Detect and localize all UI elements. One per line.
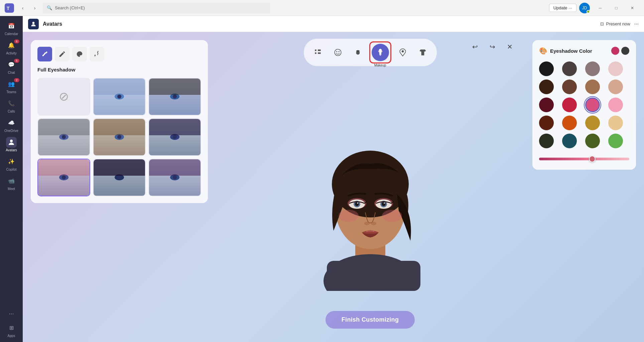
redo-button[interactable]: ↪ bbox=[486, 40, 499, 53]
svg-point-27 bbox=[357, 202, 358, 204]
toolbar-face-button[interactable] bbox=[329, 44, 347, 61]
color-option-5[interactable] bbox=[539, 79, 554, 94]
sidebar-more-button[interactable]: ··· bbox=[6, 308, 16, 320]
svg-point-11 bbox=[378, 51, 379, 52]
color-option-7[interactable] bbox=[585, 79, 600, 94]
avatar-display bbox=[216, 66, 524, 342]
color-option-12[interactable] bbox=[608, 98, 623, 112]
tool-tabs bbox=[37, 47, 201, 61]
copilot-icon: ✨ bbox=[6, 156, 17, 167]
teams-badge: 2 bbox=[14, 78, 19, 82]
present-icon: ⊡ bbox=[600, 21, 604, 26]
minimize-button[interactable]: ─ bbox=[593, 3, 608, 13]
more-options-button[interactable]: ··· bbox=[634, 21, 639, 27]
sidebar-item-meet[interactable]: 📹 Meet bbox=[2, 174, 21, 192]
sidebar-item-chat[interactable]: 💬 Chat 5 bbox=[2, 57, 21, 76]
color-option-3[interactable] bbox=[585, 61, 600, 76]
maximize-button[interactable]: □ bbox=[609, 3, 624, 13]
calls-icon: 📞 bbox=[6, 98, 17, 109]
toolbar-hair-button[interactable] bbox=[349, 44, 367, 61]
chat-badge: 5 bbox=[14, 59, 19, 63]
apps-icon: ⊞ bbox=[6, 323, 17, 333]
present-now-button[interactable]: ⊡ Present now bbox=[600, 21, 630, 26]
sidebar-item-calls[interactable]: 📞 Calls bbox=[2, 96, 21, 115]
color-option-18[interactable] bbox=[562, 134, 577, 148]
svg-point-2 bbox=[10, 140, 13, 142]
svg-rect-10 bbox=[379, 55, 381, 56]
undo-button[interactable]: ↩ bbox=[468, 40, 482, 53]
app-header: Avatars ⊡ Present now ··· bbox=[23, 16, 644, 32]
close-editor-button[interactable]: ✕ bbox=[503, 40, 516, 53]
teams-logo: T bbox=[4, 3, 15, 13]
sidebar-item-onedrive[interactable]: ☁️ OneDrive bbox=[2, 116, 21, 134]
color-option-19[interactable] bbox=[585, 134, 600, 148]
eye-option-4[interactable] bbox=[93, 118, 146, 156]
close-button[interactable]: ✕ bbox=[625, 3, 640, 13]
tool-tab-brush1[interactable] bbox=[37, 47, 52, 61]
opacity-slider-track[interactable] bbox=[539, 158, 629, 160]
eye-option-none[interactable]: ⊘ bbox=[37, 78, 90, 116]
tool-tab-brush2[interactable] bbox=[55, 47, 70, 61]
panel-title: Eyeshadow Color bbox=[550, 48, 592, 54]
sidebar-item-copilot[interactable]: ✨ Copilot bbox=[2, 154, 21, 173]
eye-option-3[interactable] bbox=[37, 118, 90, 156]
update-button[interactable]: Update ··· bbox=[549, 4, 576, 12]
svg-rect-16 bbox=[327, 261, 420, 291]
color-option-16[interactable] bbox=[608, 116, 623, 130]
color-option-1[interactable] bbox=[539, 61, 554, 76]
left-panel: Full Eyeshadow ⊘ bbox=[31, 40, 208, 203]
search-bar[interactable]: 🔍 Search (Ctrl+E) bbox=[43, 3, 270, 13]
avatar-face bbox=[300, 117, 440, 291]
toolbar-outfit-button[interactable] bbox=[414, 44, 431, 61]
eyeshadow-grid: ⊘ bbox=[37, 78, 201, 196]
eye-option-5[interactable] bbox=[148, 118, 201, 156]
sidebar-item-apps[interactable]: ⊞ Apps bbox=[2, 321, 21, 339]
color-option-17[interactable] bbox=[539, 134, 554, 148]
eye-option-6[interactable] bbox=[37, 159, 90, 196]
toolbar-makeup-button[interactable]: Makeup bbox=[372, 44, 389, 61]
selected-color-1[interactable] bbox=[611, 47, 619, 55]
meet-icon: 📹 bbox=[6, 176, 17, 186]
sidebar-item-activity[interactable]: 🔔 Activity 6 bbox=[2, 38, 21, 57]
color-option-9[interactable] bbox=[539, 98, 554, 112]
toolbar-accessories-button[interactable] bbox=[394, 44, 411, 61]
svg-point-6 bbox=[338, 51, 339, 52]
eye-option-7[interactable] bbox=[93, 159, 146, 196]
color-option-10[interactable] bbox=[562, 98, 577, 112]
onedrive-icon: ☁️ bbox=[6, 118, 17, 128]
forward-button[interactable]: › bbox=[29, 3, 40, 13]
selected-color-2[interactable] bbox=[621, 47, 629, 55]
user-avatar[interactable]: JD bbox=[579, 3, 590, 13]
color-option-13[interactable] bbox=[539, 116, 554, 130]
center-area: Makeup bbox=[216, 32, 524, 342]
color-option-15[interactable] bbox=[585, 116, 600, 130]
finish-customizing-button[interactable]: Finish Customizing bbox=[326, 311, 415, 329]
tool-tab-brush3[interactable] bbox=[72, 47, 87, 61]
activity-badge: 6 bbox=[14, 39, 19, 43]
eye-option-8[interactable] bbox=[148, 159, 201, 196]
sidebar-item-teams[interactable]: 👥 Teams 2 bbox=[2, 77, 21, 96]
color-option-8[interactable] bbox=[608, 79, 623, 94]
color-option-6[interactable] bbox=[562, 79, 577, 94]
sidebar: 📅 Calendar 🔔 Activity 6 💬 Chat 5 👥 Teams… bbox=[0, 16, 23, 342]
svg-point-5 bbox=[336, 51, 337, 52]
tool-tab-brush4[interactable] bbox=[90, 47, 104, 61]
color-option-4[interactable] bbox=[608, 61, 623, 76]
color-option-20[interactable] bbox=[608, 134, 623, 148]
sidebar-item-calendar[interactable]: 📅 Calendar bbox=[2, 19, 21, 37]
svg-text:T: T bbox=[7, 6, 10, 11]
color-grid bbox=[539, 60, 628, 150]
toolbar-body-button[interactable] bbox=[309, 44, 327, 61]
opacity-slider-thumb[interactable] bbox=[589, 156, 596, 162]
app-icon bbox=[28, 19, 39, 29]
svg-point-29 bbox=[364, 222, 370, 225]
eye-option-2[interactable] bbox=[148, 78, 201, 116]
sidebar-item-avatars[interactable]: Avatars bbox=[2, 135, 21, 154]
eye-option-1[interactable] bbox=[93, 78, 146, 116]
back-button[interactable]: ‹ bbox=[17, 3, 28, 13]
color-option-2[interactable] bbox=[562, 61, 577, 76]
color-option-14[interactable] bbox=[562, 116, 577, 130]
svg-point-4 bbox=[335, 49, 341, 56]
svg-point-18 bbox=[332, 151, 409, 217]
color-option-11[interactable] bbox=[585, 98, 600, 112]
